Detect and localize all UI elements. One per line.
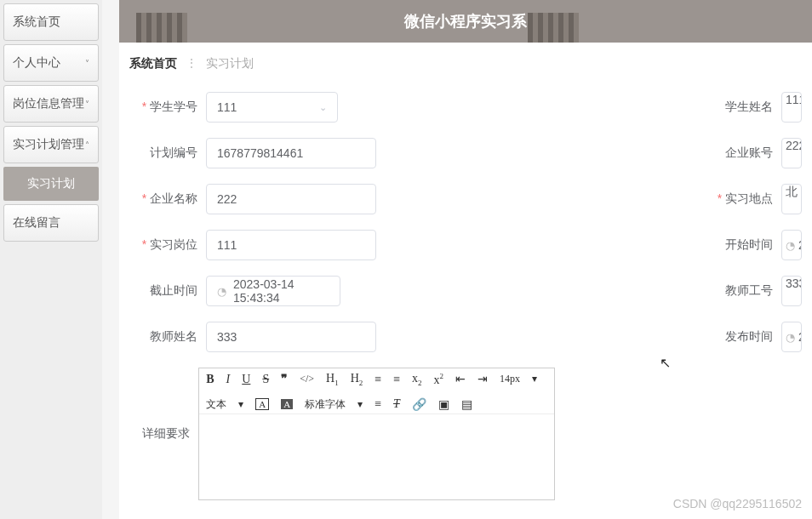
nav-personal[interactable]: 个人中心˅ <box>3 44 99 82</box>
input-company-name[interactable] <box>206 184 376 214</box>
label-student-name: 学生姓名 <box>705 100 781 115</box>
input-teacher-name[interactable] <box>206 322 376 352</box>
label-location: 实习地点 <box>705 191 781 207</box>
label-teacher-id: 教师工号 <box>705 283 781 299</box>
ul-icon[interactable]: ≡ <box>393 373 400 386</box>
input-publish-time[interactable]: ◔2 <box>781 322 802 352</box>
label-detail: 详细要求 <box>129 426 198 442</box>
save-icon[interactable]: ▤ <box>461 397 472 412</box>
input-teacher-id[interactable]: 333 <box>781 276 802 306</box>
bg-color-icon[interactable]: A <box>281 399 293 409</box>
label-end-time: 截止时间 <box>129 283 206 299</box>
banner: 微信小程序实习系 <box>119 0 812 43</box>
chevron-up-icon: ˄ <box>85 140 89 150</box>
subscript-icon[interactable]: x2 <box>412 372 422 387</box>
text-select[interactable]: 文本 <box>206 397 226 412</box>
sidebar: 系统首页 个人中心˅ 岗位信息管理˅ 实习计划管理˄ 实习计划 在线留言 <box>0 0 102 519</box>
select-student-id[interactable]: 111⌄ <box>206 92 338 123</box>
input-plan-no[interactable] <box>206 138 376 168</box>
h2-icon[interactable]: H2 <box>351 372 363 387</box>
main-panel: 系统首页 ⋮ 实习计划 学生学号 111⌄ 学生姓名 111 计划编号 企业账号… <box>119 43 812 519</box>
underline-icon[interactable]: U <box>242 373 250 386</box>
clock-icon: ◔ <box>786 331 795 344</box>
nav-plan-manage[interactable]: 实习计划管理˄ <box>3 126 99 163</box>
nav-message[interactable]: 在线留言 <box>3 204 99 242</box>
clock-icon: ◔ <box>217 285 226 298</box>
input-company-acct[interactable]: 222 <box>781 138 802 168</box>
crumb-current: 实习计划 <box>206 56 254 70</box>
nav-job-manage[interactable]: 岗位信息管理˅ <box>3 85 99 123</box>
chevron-down-icon: ⌄ <box>319 102 327 113</box>
chevron-down-icon: ˅ <box>85 59 89 68</box>
bold-icon[interactable]: B <box>206 373 214 386</box>
breadcrumb: 系统首页 ⋮ 实习计划 <box>129 56 802 71</box>
font-select[interactable]: 标准字体 <box>305 397 346 412</box>
label-student-id: 学生学号 <box>129 100 206 115</box>
italic-icon[interactable]: I <box>226 373 231 386</box>
indent-icon[interactable]: ⇤ <box>455 372 466 386</box>
fontsize-select[interactable]: 14px <box>500 373 520 385</box>
image-icon[interactable]: ▣ <box>438 397 449 412</box>
align-icon[interactable]: ≡ <box>375 397 381 411</box>
clock-icon: ◔ <box>786 239 795 252</box>
quote-icon[interactable]: ❞ <box>281 372 288 386</box>
editor-toolbar: B I U S ❞ </> H1 H2 ≡ ≡ x2 x2 ⇤ ⇥ 14px▾ … <box>199 368 554 414</box>
rich-editor: B I U S ❞ </> H1 H2 ≡ ≡ x2 x2 ⇤ ⇥ 14px▾ … <box>198 368 555 500</box>
strike-icon[interactable]: S <box>262 373 269 386</box>
input-location[interactable]: 北 <box>781 184 802 214</box>
nav-sub-plan[interactable]: 实习计划 <box>3 167 99 201</box>
label-position: 实习岗位 <box>129 237 206 253</box>
chevron-down-icon: ˅ <box>85 100 89 109</box>
input-start-time[interactable]: ◔2 <box>781 230 802 260</box>
input-student-name[interactable]: 111 <box>781 92 802 123</box>
label-plan-no: 计划编号 <box>129 145 206 161</box>
crumb-home[interactable]: 系统首页 <box>129 56 177 70</box>
watermark: CSDN @qq2295116502 <box>673 497 802 510</box>
label-start-time: 开始时间 <box>705 237 781 253</box>
clear-format-icon[interactable]: T <box>393 397 400 411</box>
link-icon[interactable]: 🔗 <box>412 397 426 412</box>
label-teacher-name: 教师姓名 <box>129 329 206 345</box>
superscript-icon[interactable]: x2 <box>434 372 444 387</box>
label-company-name: 企业名称 <box>129 191 206 207</box>
editor-body[interactable] <box>199 414 554 499</box>
input-position[interactable] <box>206 230 376 260</box>
outdent-icon[interactable]: ⇥ <box>477 372 488 386</box>
input-end-time[interactable]: ◔2023-03-14 15:43:34 <box>206 276 340 306</box>
font-color-icon[interactable]: A <box>255 398 269 410</box>
nav-home[interactable]: 系统首页 <box>3 3 99 41</box>
banner-title: 微信小程序实习系 <box>404 11 527 31</box>
h1-icon[interactable]: H1 <box>326 372 339 387</box>
ol-icon[interactable]: ≡ <box>375 373 381 386</box>
label-publish-time: 发布时间 <box>705 329 781 345</box>
label-company-acct: 企业账号 <box>705 145 781 161</box>
code-icon[interactable]: </> <box>300 373 314 385</box>
